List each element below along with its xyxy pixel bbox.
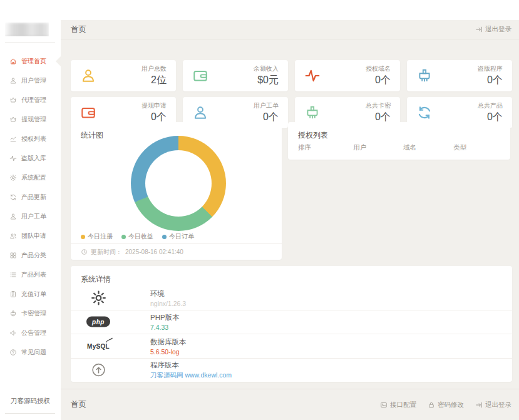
sidebar-item-label: 卡密管理 [21, 309, 46, 318]
system-row-environment: 环境 nginx/1.26.3 [71, 286, 512, 310]
stat-card-balance-income: 余额收入$0元 [183, 60, 288, 91]
legend-dot [121, 235, 126, 239]
legend-label: 今日订单 [169, 232, 194, 241]
broom-icon [416, 68, 433, 84]
users-icon [9, 232, 17, 240]
page-title: 首页 [71, 24, 86, 35]
sidebar-item-label: 管理首页 [21, 57, 46, 66]
update-time-value: 2025-08-16 02:41:40 [125, 248, 183, 255]
logout-button[interactable]: 退出登录 [475, 401, 511, 409]
sidebar-item-piracy-storage[interactable]: 盗版入库 [0, 148, 61, 168]
sidebar-item-withdraw-management[interactable]: 提现管理 [0, 110, 61, 129]
column-header-user: 用户 [353, 143, 403, 152]
sidebar-item-label: 代理管理 [21, 96, 46, 105]
system-row-program-version: 程序版本 刀客源码网 www.dkewl.com [71, 358, 512, 382]
pulse-icon [304, 68, 321, 84]
sidebar-item-user-tickets[interactable]: 用户工单 [0, 207, 61, 226]
upload-circle-icon [91, 362, 106, 378]
auth-list-panel: 授权列表 排序 用户 域名 类型 [288, 122, 510, 160]
php-logo: php [86, 317, 110, 327]
api-config-button[interactable]: 接口配置 [380, 401, 416, 409]
sidebar-item-recharge-orders[interactable]: 充值订单 [0, 284, 61, 304]
logout-icon [475, 26, 483, 33]
stat-value: 2位 [141, 74, 167, 87]
system-row-label: 程序版本 [150, 361, 232, 370]
sidebar-item-admin-home[interactable]: 管理首页 [0, 51, 61, 71]
gear-icon [90, 289, 107, 306]
chart-legend: 今日注册 今日收益 今日订单 [81, 232, 194, 241]
top-header: 首页 退出登录 [61, 20, 519, 39]
legend-label: 今日注册 [88, 232, 113, 241]
sidebar-item-label: 授权列表 [21, 135, 46, 143]
grid-icon [9, 252, 17, 259]
sidebar-item-label: 常见问题 [21, 348, 46, 357]
legend-item[interactable]: 今日注册 [81, 232, 113, 241]
refresh-icon [416, 105, 433, 121]
system-row-value: nginx/1.26.3 [150, 299, 186, 307]
stat-label: 用户工单 [254, 101, 279, 110]
stat-value: 0个 [366, 74, 391, 87]
update-time-row: 更新时间： 2025-08-16 02:41:40 [71, 243, 282, 260]
legend-dot [162, 235, 167, 239]
broom-icon [304, 105, 321, 121]
logout-button[interactable]: 退出登录 [475, 25, 511, 34]
pulse-icon [9, 155, 17, 162]
sidebar-item-label: 公告管理 [21, 329, 46, 337]
logout-label: 退出登录 [485, 25, 511, 34]
chart-icon [9, 135, 17, 143]
system-row-php-version: php PHP版本 7.4.33 [71, 310, 512, 334]
system-row-value program-version-link[interactable]: 刀客源码网 www.dkewl.com [150, 371, 232, 380]
system-rows: 环境 nginx/1.26.3 php PHP版本 7.4.33 MySQL [71, 286, 512, 382]
sidebar-item-label: 团队申请 [21, 232, 46, 240]
sidebar-item-announcement-management[interactable]: 公告管理 [0, 323, 61, 342]
sidebar-item-team-application[interactable]: 团队申请 [0, 226, 61, 245]
footer-title: 首页 [71, 399, 86, 410]
sidebar-item-product-update[interactable]: 产品更新 [0, 187, 61, 207]
system-row-database-version: MySQL 数据库版本 5.6.50-log [71, 334, 512, 358]
dolphin-swoosh-icon [105, 337, 113, 343]
wallet-icon [80, 105, 96, 121]
broom-icon [9, 310, 17, 317]
stat-label: 授权域名 [366, 64, 391, 73]
lock-icon [428, 401, 435, 409]
sidebar-item-label: 提现管理 [21, 115, 46, 124]
footer-bar: 首页 接口配置 密码修改 退出登录 [61, 389, 519, 420]
sidebar-item-product-category[interactable]: 产品分类 [0, 245, 61, 265]
user-icon [9, 77, 17, 85]
image-icon [380, 401, 388, 409]
crown-icon [9, 116, 17, 123]
stat-label: 余额收入 [254, 64, 279, 73]
sidebar-item-label: 盗版入库 [21, 154, 46, 163]
clock-icon [81, 248, 88, 255]
sidebar-item-faq[interactable]: 常见问题 [0, 342, 61, 362]
stat-label: 用户总数 [141, 64, 167, 73]
sidebar-item-auth-list[interactable]: 授权列表 [0, 129, 61, 148]
sidebar-item-card-key-management[interactable]: 卡密管理 [0, 304, 61, 323]
legend-item[interactable]: 今日订单 [162, 232, 194, 241]
footer-actions: 接口配置 密码修改 退出登录 [380, 401, 511, 409]
stat-value: $0元 [254, 74, 279, 87]
divider [5, 42, 55, 43]
legend-item[interactable]: 今日收益 [121, 232, 153, 241]
stat-label: 提现申请 [141, 101, 167, 110]
change-password-button[interactable]: 密码修改 [428, 401, 464, 409]
active-item-notch [56, 56, 61, 66]
system-details-panel: 系统详情 环境 nginx/1.26.3 php PHP版本 7.4.33 [71, 266, 512, 382]
gear-icon [9, 174, 17, 182]
stat-label: 总共产品 [478, 101, 503, 110]
stat-label: 盗版程序 [478, 64, 503, 73]
main-content: 首页 退出登录 用户总数2位 余额收入$0元 授权域名0个 盗版程序0个 [61, 20, 519, 420]
system-row-label: 环境 [150, 289, 186, 298]
list-icon [9, 271, 17, 279]
sidebar-item-system-config[interactable]: 系统配置 [0, 168, 61, 187]
donut-chart [131, 136, 226, 231]
sidebar-footer-label: 刀客源码授权 [0, 397, 61, 406]
stat-card-pirated-programs: 盗版程序0个 [407, 60, 512, 91]
sidebar-item-agent-management[interactable]: 代理管理 [0, 90, 61, 110]
sidebar-item-user-management[interactable]: 用户管理 [0, 71, 61, 90]
column-header-type: 类型 [453, 143, 500, 152]
help-icon [9, 349, 17, 356]
user-icon [9, 213, 17, 220]
stat-value: 0个 [478, 74, 503, 87]
sidebar-item-product-list[interactable]: 产品列表 [0, 265, 61, 284]
